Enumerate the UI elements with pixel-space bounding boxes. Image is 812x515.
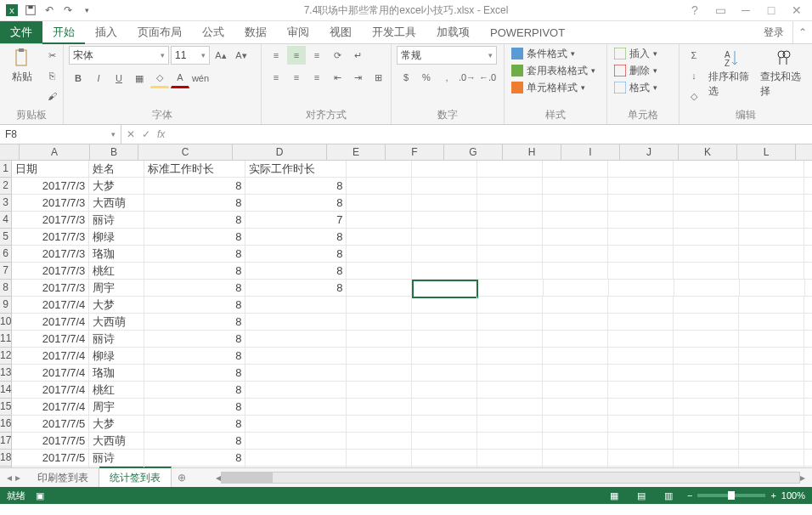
cell-F10[interactable]	[412, 314, 477, 330]
cell-J8[interactable]	[674, 280, 740, 296]
cell-D18[interactable]	[245, 450, 347, 466]
row-header-4[interactable]: 4	[0, 212, 11, 229]
merge-icon[interactable]: ⊞	[369, 68, 387, 87]
cell-A15[interactable]: 2017/7/4	[12, 399, 89, 415]
cell-A16[interactable]: 2017/7/5	[12, 416, 89, 432]
cell-J13[interactable]	[674, 365, 739, 381]
cell-K12[interactable]	[739, 348, 804, 364]
cell-L15[interactable]	[804, 399, 812, 415]
autosum-icon[interactable]: Σ	[685, 46, 703, 65]
align-bottom-icon[interactable]: ≡	[307, 46, 326, 65]
cell-I19[interactable]	[608, 467, 674, 467]
col-header-J[interactable]: J	[620, 144, 679, 160]
zoom-value[interactable]: 100%	[781, 490, 805, 501]
zoom-in-button[interactable]: +	[770, 490, 775, 501]
col-header-B[interactable]: B	[90, 144, 138, 160]
zoom-out-button[interactable]: −	[687, 490, 692, 501]
cell-D19[interactable]	[245, 467, 347, 467]
collapse-ribbon-icon[interactable]: ⌃	[792, 21, 812, 43]
tab-insert[interactable]: 插入	[85, 21, 127, 43]
cell-G12[interactable]	[477, 348, 543, 364]
cell-B4[interactable]: 丽诗	[89, 212, 144, 228]
cell-F4[interactable]	[412, 212, 477, 228]
cell-J3[interactable]	[674, 195, 739, 211]
cell-I13[interactable]	[608, 365, 674, 381]
minimize-icon[interactable]: ─	[736, 3, 756, 17]
cell-A18[interactable]: 2017/7/5	[12, 450, 89, 466]
cell-E7[interactable]	[347, 263, 412, 279]
font-name-select[interactable]: 宋体▾	[69, 46, 169, 65]
cell-H7[interactable]	[543, 263, 608, 279]
italic-button[interactable]: I	[89, 69, 108, 88]
cell-H18[interactable]	[543, 450, 608, 466]
cell-E14[interactable]	[347, 382, 412, 398]
font-size-select[interactable]: 11▾	[171, 46, 210, 65]
cell-H11[interactable]	[543, 331, 608, 347]
row-header-1[interactable]: 1	[0, 161, 11, 178]
cell-A9[interactable]: 2017/7/4	[12, 297, 89, 313]
cell-B1[interactable]: 姓名	[89, 161, 144, 177]
cell-A17[interactable]: 2017/7/5	[12, 433, 89, 449]
cell-E18[interactable]	[347, 450, 412, 466]
cell-I7[interactable]	[608, 263, 674, 279]
cell-D10[interactable]	[245, 314, 347, 330]
row-header-10[interactable]: 10	[0, 314, 11, 331]
row-header-8[interactable]: 8	[0, 280, 11, 297]
cell-L1[interactable]	[804, 161, 812, 177]
cell-F3[interactable]	[412, 195, 477, 211]
cell-I9[interactable]	[608, 297, 674, 313]
cell-G8[interactable]	[478, 280, 544, 296]
cell-B14[interactable]: 桃红	[89, 382, 144, 398]
cell-D6[interactable]: 8	[245, 246, 347, 262]
cell-J16[interactable]	[674, 416, 739, 432]
indent-dec-icon[interactable]: ⇤	[328, 68, 347, 87]
row-header-14[interactable]: 14	[0, 382, 11, 399]
cell-K13[interactable]	[739, 365, 804, 381]
cell-I17[interactable]	[608, 433, 674, 449]
cell-D4[interactable]: 7	[245, 212, 347, 228]
tab-powerpivot[interactable]: POWERPIVOT	[480, 21, 575, 43]
cell-E4[interactable]	[347, 212, 412, 228]
cell-A11[interactable]: 2017/7/4	[12, 331, 89, 347]
cell-F18[interactable]	[412, 450, 477, 466]
cell-B11[interactable]: 丽诗	[89, 331, 144, 347]
col-header-E[interactable]: E	[327, 144, 386, 160]
cell-C19[interactable]: 8	[144, 467, 245, 467]
help-icon[interactable]: ?	[685, 3, 705, 17]
scroll-thumb[interactable]	[222, 473, 273, 483]
fx-icon[interactable]: fx	[157, 128, 165, 140]
sheet-nav[interactable]: ◂▸	[0, 472, 27, 484]
cell-G1[interactable]	[477, 161, 543, 177]
cell-I1[interactable]	[608, 161, 674, 177]
cell-E2[interactable]	[347, 178, 412, 194]
cut-icon[interactable]: ✂	[42, 46, 61, 65]
cell-K4[interactable]	[739, 212, 804, 228]
cell-K19[interactable]	[739, 467, 804, 467]
cell-D11[interactable]	[245, 331, 347, 347]
cell-G11[interactable]	[477, 331, 543, 347]
select-all-corner[interactable]	[0, 144, 20, 160]
cell-I3[interactable]	[608, 195, 674, 211]
cell-E6[interactable]	[347, 246, 412, 262]
close-icon[interactable]: ✕	[787, 3, 807, 17]
cell-C13[interactable]: 8	[144, 365, 245, 381]
cell-F13[interactable]	[412, 365, 477, 381]
cell-L12[interactable]	[804, 348, 812, 364]
cell-J4[interactable]	[674, 212, 739, 228]
cell-C5[interactable]: 8	[144, 229, 245, 245]
cell-C4[interactable]: 8	[144, 212, 245, 228]
cell-J19[interactable]	[674, 467, 739, 467]
inc-decimal-icon[interactable]: .0→	[458, 68, 476, 87]
cell-D17[interactable]	[245, 433, 347, 449]
cell-B17[interactable]: 大西萌	[89, 433, 144, 449]
cell-I16[interactable]	[608, 416, 674, 432]
cell-K18[interactable]	[739, 450, 804, 466]
cell-K14[interactable]	[739, 382, 804, 398]
cell-B5[interactable]: 柳绿	[89, 229, 144, 245]
sheet-tab-0[interactable]: 印刷签到表	[27, 468, 99, 487]
cell-K10[interactable]	[739, 314, 804, 330]
cell-J1[interactable]	[674, 161, 739, 177]
qat-customize-icon[interactable]: ▾	[78, 2, 95, 19]
cell-H16[interactable]	[543, 416, 608, 432]
cell-H12[interactable]	[543, 348, 608, 364]
